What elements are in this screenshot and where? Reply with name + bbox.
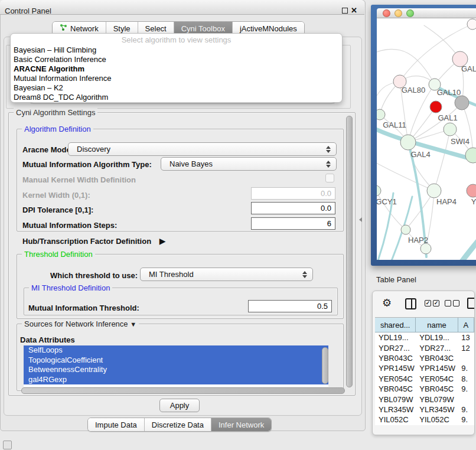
table-cell[interactable]: YIL052C bbox=[416, 415, 458, 424]
network-node[interactable] bbox=[400, 135, 416, 150]
network-node[interactable] bbox=[455, 96, 469, 110]
algorithm-option[interactable]: Dream8 DC_TDC Algorithm bbox=[11, 93, 342, 102]
manual-kernel-checkbox[interactable] bbox=[325, 174, 334, 182]
table-cell[interactable]: YIL052C bbox=[375, 415, 416, 424]
zoom-traffic-light-icon[interactable] bbox=[406, 9, 414, 17]
close-icon[interactable]: ✕ bbox=[351, 6, 357, 15]
network-node[interactable] bbox=[377, 109, 385, 120]
table-row[interactable]: YLR345WYLR345W9. bbox=[375, 405, 474, 415]
tab-infer-network[interactable]: Infer Network bbox=[211, 418, 271, 431]
control-panel-titlebar[interactable] bbox=[0, 0, 364, 15]
split-columns-icon[interactable] bbox=[405, 298, 416, 309]
settings-vertical-scrollbar[interactable] bbox=[346, 116, 353, 387]
table-cell[interactable]: YBL079W bbox=[416, 395, 458, 404]
kernel-width-field[interactable] bbox=[251, 187, 335, 200]
mi-threshold-field[interactable] bbox=[248, 300, 332, 312]
table-cell[interactable]: YER054C bbox=[375, 374, 416, 383]
table-row[interactable]: YDR27...YDR27...12 bbox=[375, 343, 474, 353]
network-edge[interactable] bbox=[434, 129, 450, 191]
network-node[interactable] bbox=[427, 184, 441, 198]
dpi-tolerance-label: DPI Tolerance [0,1]: bbox=[22, 206, 93, 214]
table-cell[interactable]: YBR043C bbox=[375, 354, 416, 363]
aracne-mode-combo[interactable]: Discovery bbox=[68, 142, 337, 156]
document-icon[interactable] bbox=[467, 298, 475, 309]
table-cell[interactable]: YBR045C bbox=[375, 384, 416, 393]
table-cell[interactable]: 9. bbox=[458, 364, 474, 373]
tab-impute-data[interactable]: Impute Data bbox=[88, 418, 145, 431]
close-traffic-light-icon[interactable] bbox=[383, 9, 390, 17]
network-node[interactable] bbox=[430, 101, 442, 113]
table-cell[interactable]: 9. bbox=[458, 415, 474, 424]
network-canvas[interactable]: GALGAL80GAL10GAL1GAL11SWI4GAL4GCY1HAP4YH… bbox=[377, 18, 476, 260]
table-cell[interactable]: YER054C bbox=[416, 374, 458, 383]
which-threshold-combo[interactable]: MI Threshold bbox=[140, 268, 313, 281]
attribute-list-item[interactable]: BetweennessCentrality bbox=[24, 365, 328, 375]
network-edge[interactable] bbox=[377, 160, 434, 191]
table-cell[interactable]: 12 bbox=[458, 344, 474, 353]
network-window-titlebar[interactable] bbox=[377, 8, 476, 18]
algorithm-option[interactable]: Basic Correlation Inference bbox=[11, 55, 342, 64]
apply-button[interactable]: Apply bbox=[159, 399, 200, 412]
tab-discretize-data[interactable]: Discretize Data bbox=[145, 418, 211, 431]
mi-type-combo[interactable]: Naive Bayes bbox=[161, 157, 337, 171]
collapsed-panel-icon[interactable] bbox=[3, 441, 12, 449]
splitter-collapse-icon[interactable] bbox=[359, 217, 362, 222]
attribute-list-item[interactable]: TopologicalCoefficient bbox=[24, 356, 328, 366]
table-cell[interactable]: YDL19... bbox=[375, 333, 416, 342]
attribute-list-item[interactable]: gal4RGexp bbox=[24, 375, 328, 385]
attribute-list-item[interactable]: SelfLoops bbox=[24, 345, 328, 356]
table-cell[interactable]: YPR145W bbox=[416, 364, 458, 373]
table-row[interactable]: YDL19...YDL19...13 bbox=[375, 332, 474, 343]
table-cell[interactable]: 9. bbox=[458, 384, 474, 393]
network-node[interactable] bbox=[377, 185, 381, 196]
column-header[interactable]: A bbox=[458, 318, 474, 332]
mi-steps-field[interactable] bbox=[251, 217, 335, 230]
collapse-arrow-icon[interactable]: ▼ bbox=[130, 321, 136, 328]
table-cell[interactable]: YLR345W bbox=[416, 405, 458, 414]
attributes-horizontal-scrollbar[interactable] bbox=[21, 387, 345, 394]
table-cell[interactable]: YDR27... bbox=[375, 344, 416, 353]
column-header[interactable]: name bbox=[416, 318, 458, 332]
algorithm-option[interactable]: Mutual Information Inference bbox=[11, 74, 342, 83]
gear-icon[interactable]: ⚙ bbox=[382, 296, 392, 309]
table-row[interactable]: YPR145WYPR145W9. bbox=[375, 363, 474, 373]
table-row[interactable]: YIL052CYIL052C9. bbox=[375, 415, 474, 425]
network-edge[interactable] bbox=[454, 234, 476, 260]
network-node[interactable] bbox=[465, 148, 476, 163]
expand-arrow-icon[interactable]: ▶ bbox=[159, 236, 166, 246]
table-row[interactable]: YBL079WYBL079W bbox=[375, 394, 474, 404]
network-node[interactable] bbox=[444, 123, 457, 136]
attributes-vertical-scrollbar[interactable] bbox=[322, 347, 328, 384]
dpi-tolerance-field[interactable] bbox=[251, 202, 335, 214]
algorithm-popup-placeholder: Select algorithm to view settings bbox=[11, 34, 342, 45]
column-header[interactable]: shared... bbox=[375, 318, 416, 332]
table-row[interactable]: YBR043CYBR043C bbox=[375, 353, 474, 363]
network-node[interactable] bbox=[467, 19, 476, 30]
algorithm-option[interactable]: Bayesian – Hill Climbing bbox=[11, 45, 342, 55]
algorithm-option[interactable]: Bayesian – K2 bbox=[11, 83, 342, 93]
hub-definition-row[interactable]: Hub/Transcription Factor Definition ▶ bbox=[22, 236, 166, 246]
select-all-checkboxes-icon[interactable]: ✓ ✓ bbox=[425, 300, 439, 306]
table-cell[interactable]: 13 bbox=[458, 333, 474, 342]
mi-threshold-group-title: MI Threshold Definition bbox=[29, 283, 112, 292]
node-table: shared... name A YDL19...YDL19...13YDR27… bbox=[375, 317, 474, 425]
table-cell[interactable]: YBL079W bbox=[375, 395, 416, 404]
table-cell[interactable]: 8. bbox=[458, 374, 474, 383]
table-cell[interactable]: YBR043C bbox=[416, 354, 458, 363]
deselect-all-checkboxes-icon[interactable] bbox=[445, 300, 459, 306]
table-row[interactable]: YBR045CYBR045C9. bbox=[375, 384, 474, 394]
table-cell[interactable]: YDR27... bbox=[416, 344, 458, 353]
table-row[interactable]: YER054CYER054C8. bbox=[375, 374, 474, 384]
table-cell[interactable]: YLR345W bbox=[375, 405, 416, 414]
table-cell[interactable]: YBR045C bbox=[416, 384, 458, 393]
network-node[interactable] bbox=[401, 225, 410, 234]
network-node[interactable] bbox=[420, 243, 431, 254]
table-cell[interactable]: YPR145W bbox=[375, 364, 416, 373]
float-window-icon[interactable] bbox=[342, 8, 348, 14]
table-cell[interactable]: 9. bbox=[458, 405, 474, 414]
control-panel-title: Control Panel bbox=[5, 6, 51, 15]
minimize-traffic-light-icon[interactable] bbox=[395, 9, 402, 17]
table-cell[interactable]: YDL19... bbox=[416, 333, 458, 342]
network-node[interactable] bbox=[467, 184, 476, 197]
algorithm-option[interactable]: ARACNE Algorithm bbox=[11, 64, 342, 74]
